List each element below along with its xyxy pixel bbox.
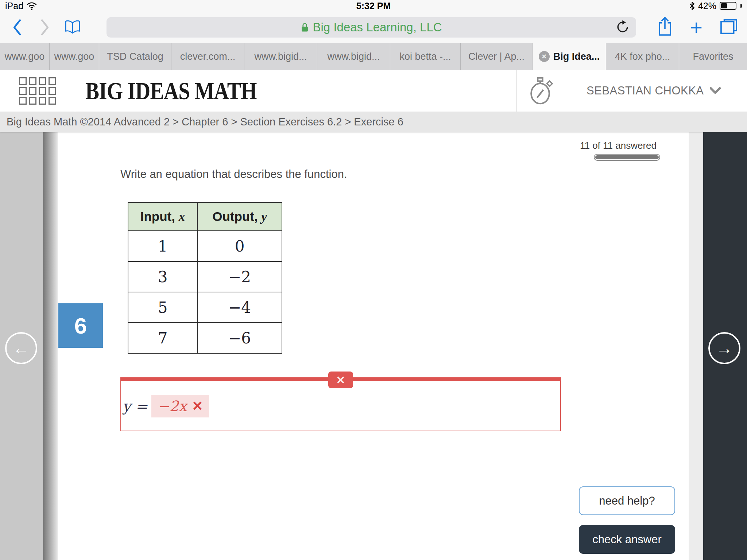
open-book-icon [64,18,81,37]
tab-strip: www.goo www.goo TSD Catalog clever.com..… [0,43,747,70]
table-row: 1 0 [128,231,282,261]
tab-tsd-catalog[interactable]: TSD Catalog [99,43,171,70]
arrow-left-icon: ← [13,338,30,358]
bookmarks-button[interactable] [64,17,81,38]
share-icon [657,16,673,37]
exercise-page: 11 of 11 answered Write an equation that… [58,132,689,560]
battery-nub [740,4,742,8]
timer-button[interactable] [516,70,565,112]
exercise-content: 11 of 11 answered Write an equation that… [0,132,747,560]
battery-icon [720,2,736,10]
tabs-button[interactable] [719,18,738,37]
progress-bar [594,154,660,161]
forward-icon [40,19,50,36]
breadcrumb: Big Ideas Math ©2014 Advanced 2 > Chapte… [0,112,747,132]
progress-fill [595,155,659,159]
app-menu-button[interactable] [0,70,75,112]
table-row: 7 −6 [128,323,282,353]
new-tab-button[interactable]: + [690,17,703,38]
tab-www-goo-1[interactable]: www.goo [0,43,50,70]
stopwatch-icon [527,76,554,105]
table-header-output: Output, y [197,202,282,231]
tab-4k-fox[interactable]: 4K fox pho... [606,43,679,70]
table-header-row: Input, x Output, y [128,202,282,231]
refresh-icon [616,20,630,34]
tabs-icon [719,18,738,35]
browser-toolbar: Big Ideas Learning, LLC + [0,12,747,43]
answer-area[interactable]: ✕ y = −2x ✕ [120,377,561,431]
answer-value: −2x [157,398,187,415]
battery-fill [721,3,727,8]
app-logo: BIG IDEAS MATH [75,70,516,112]
battery-percent: 42% [698,1,716,11]
tab-favorites[interactable]: Favorites [679,43,747,70]
equation-prefix: y = [123,398,148,415]
page-shadow [43,132,58,560]
table-header-input: Input, x [128,202,197,231]
tab-www-bigid-2[interactable]: www.bigid... [317,43,390,70]
tab-www-bigid-1[interactable]: www.bigid... [244,43,317,70]
forward-button[interactable] [36,17,53,38]
tab-close-icon[interactable]: ✕ [539,51,550,62]
lock-icon [301,22,309,32]
check-answer-button[interactable]: check answer [579,525,675,554]
clock: 5:32 PM [0,1,747,11]
tab-clever-com[interactable]: clever.com... [171,43,244,70]
tab-www-goo-2[interactable]: www.goo [50,43,99,70]
question-prompt: Write an equation that describes the fun… [120,168,347,181]
answer-input[interactable]: −2x ✕ [151,395,209,417]
answer-equation: y = −2x ✕ [123,395,209,417]
breadcrumb-text: Big Ideas Math ©2014 Advanced 2 > Chapte… [7,116,403,128]
address-bar[interactable]: Big Ideas Learning, LLC [107,17,636,38]
table-row: 3 −2 [128,261,282,292]
share-button[interactable] [657,16,673,38]
next-exercise-button[interactable]: → [708,332,740,364]
address-text: Big Ideas Learning, LLC [313,20,442,34]
progress-label: 11 of 11 answered [580,140,657,151]
function-table: Input, x Output, y 1 0 3 −2 [128,202,282,354]
table-row: 5 −4 [128,292,282,323]
exercise-number-badge: 6 [58,303,103,348]
previous-exercise-button[interactable]: ← [5,332,37,364]
user-name: SEBASTIAN CHOKKA [587,84,704,97]
tab-koi-betta[interactable]: koi betta -... [390,43,461,70]
chevron-down-icon [710,87,721,94]
answer-dismiss-button[interactable]: ✕ [328,372,353,388]
need-help-button[interactable]: need help? [579,486,675,515]
tab-clever-ap[interactable]: Clever | Ap... [461,43,533,70]
back-button[interactable] [9,17,26,38]
arrow-right-icon: → [716,338,733,358]
app-header: BIG IDEAS MATH SEBASTIAN CHOKKA [0,70,747,112]
back-icon [12,19,22,36]
bluetooth-icon [689,1,695,10]
status-bar: iPad 5:32 PM 42% [0,0,747,12]
app-logo-text: BIG IDEAS MATH [85,77,257,105]
screen: iPad 5:32 PM 42% [0,0,747,560]
wrong-answer-icon: ✕ [192,398,203,414]
refresh-button[interactable] [616,20,630,35]
tab-big-ideas-active[interactable]: ✕ Big Idea... [533,43,606,70]
user-menu[interactable]: SEBASTIAN CHOKKA [565,70,747,112]
grid-menu-icon [19,77,56,105]
